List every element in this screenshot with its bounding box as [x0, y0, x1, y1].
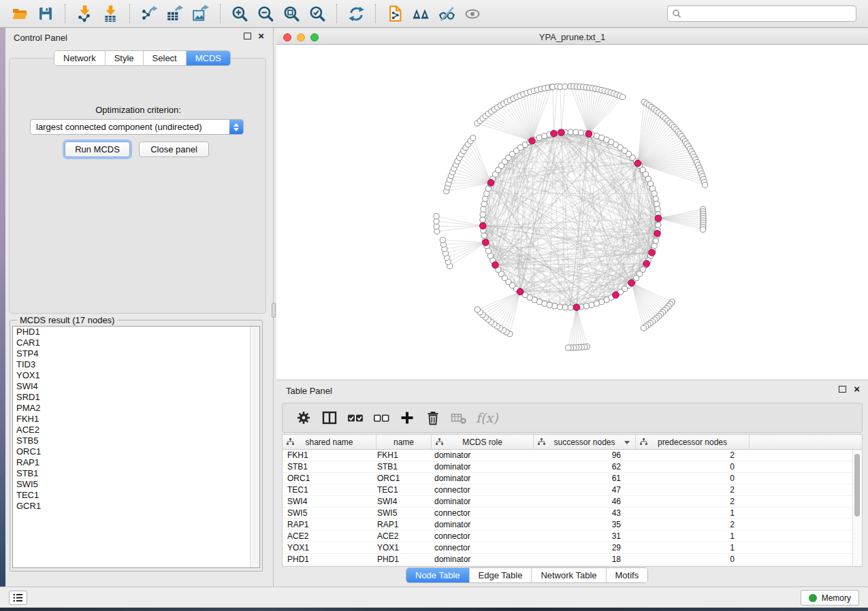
column-header-shared-name[interactable]: shared name: [283, 435, 376, 449]
network-search-field[interactable]: [667, 5, 856, 22]
table-row[interactable]: RAP1RAP1dominator352: [283, 519, 853, 531]
column-header-mcds-role[interactable]: MCDS role: [432, 435, 534, 449]
mcds-result-item[interactable]: CAR1: [13, 337, 259, 348]
mcds-result-item[interactable]: SRD1: [13, 392, 259, 403]
table-cell: YOX1: [283, 542, 372, 553]
show-column-panel-button[interactable]: [318, 406, 341, 429]
mcds-result-item[interactable]: SWI5: [13, 479, 259, 490]
hide-glasses-button[interactable]: [436, 3, 457, 24]
table-row[interactable]: ACE2ACE2connector311: [283, 531, 853, 542]
mcds-result-list[interactable]: PHD1CAR1STP4TID3YOX1SWI4SRD1PMA2FKH1ACE2…: [12, 326, 260, 568]
table-row[interactable]: ORC1ORC1dominator610: [283, 473, 853, 484]
table-row[interactable]: SWI5SWI5connector431: [283, 508, 853, 519]
select-all-rows-button[interactable]: [344, 406, 367, 429]
function-builder-button-disabled: f(x): [476, 410, 498, 425]
close-panel-icon[interactable]: ×: [258, 32, 264, 40]
table-row[interactable]: YOX1YOX1connector291: [283, 542, 853, 554]
mcds-result-item[interactable]: STB1: [13, 468, 259, 479]
open-file-button[interactable]: [9, 3, 31, 24]
float-panel-icon[interactable]: [839, 386, 846, 393]
zoom-selected-button[interactable]: [306, 3, 328, 24]
import-table-button[interactable]: [99, 3, 121, 24]
mcds-result-item[interactable]: TID3: [13, 359, 259, 370]
mcds-result-item[interactable]: YOX1: [13, 370, 259, 381]
table-row[interactable]: PHD1PHD1dominator180: [283, 554, 853, 565]
table-settings-button[interactable]: [292, 406, 315, 429]
delete-column-button[interactable]: [421, 406, 445, 429]
float-panel-icon[interactable]: [244, 33, 251, 39]
network-from-document-button[interactable]: [384, 3, 406, 24]
table-row[interactable]: SWI4SWI4dominator462: [283, 496, 853, 508]
mcds-result-item[interactable]: GCR1: [13, 501, 259, 512]
tab-motifs[interactable]: Motifs: [606, 568, 648, 582]
mcds-list-scrollbar[interactable]: [250, 327, 259, 567]
column-header-successor-nodes[interactable]: successor nodes: [534, 435, 636, 449]
memory-button[interactable]: Memory: [801, 590, 859, 606]
control-panel-tabs: Network Style Select MCDS: [54, 50, 231, 66]
optimization-criterion-select[interactable]: largest connected component (undirected): [30, 119, 244, 135]
export-network-button[interactable]: [138, 3, 160, 24]
mcds-result-item[interactable]: TEC1: [13, 490, 259, 501]
deselect-all-rows-button[interactable]: [370, 406, 393, 429]
refresh-button[interactable]: [345, 3, 367, 24]
share-document-icon: [386, 4, 404, 23]
gear-icon: [295, 410, 312, 426]
export-table-button[interactable]: [164, 3, 186, 24]
scrollbar-thumb[interactable]: [854, 454, 860, 516]
column-header-predecessor-nodes[interactable]: predecessor nodes: [636, 435, 750, 449]
tab-node-table[interactable]: Node Table: [406, 568, 469, 582]
mcds-result-item[interactable]: ACE2: [13, 425, 259, 435]
network-view-window: YPA_prune.txt_1: [276, 30, 868, 379]
table-cell: FKH1: [372, 450, 428, 461]
mcds-result-item[interactable]: STB5: [13, 435, 259, 446]
splitter-handle-icon[interactable]: [272, 303, 276, 318]
mcds-result-item[interactable]: SWI4: [13, 381, 259, 392]
zoom-out-button[interactable]: [255, 3, 276, 24]
table-cell: connector: [428, 542, 530, 553]
tab-select[interactable]: Select: [143, 51, 186, 65]
save-session-button[interactable]: [35, 3, 57, 24]
mcds-result-item[interactable]: ORC1: [13, 446, 259, 457]
close-panel-icon[interactable]: ×: [854, 385, 860, 393]
search-input[interactable]: [684, 8, 856, 19]
columns-icon: [321, 410, 338, 426]
tab-style[interactable]: Style: [105, 51, 143, 65]
table-cell: PHD1: [372, 554, 428, 565]
memory-status-icon: [809, 594, 817, 602]
table-row[interactable]: TEC1TEC1connector472: [283, 484, 853, 496]
tab-edge-table[interactable]: Edge Table: [469, 568, 532, 582]
tab-network[interactable]: Network: [54, 51, 105, 65]
tab-mcds[interactable]: MCDS: [186, 51, 230, 65]
glasses-slash-icon: [438, 5, 456, 22]
show-eye-button[interactable]: [462, 3, 483, 24]
mcds-result-item[interactable]: PMA2: [13, 403, 259, 414]
list-icon: [13, 593, 23, 602]
add-column-button[interactable]: [396, 406, 419, 429]
zoom-fit-button[interactable]: [280, 3, 302, 24]
trash-icon: [425, 410, 441, 426]
export-image-button[interactable]: [190, 3, 212, 24]
table-scrollbar[interactable]: [852, 450, 862, 566]
import-network-button[interactable]: [74, 3, 95, 24]
open-folder-icon: [11, 5, 29, 22]
mcds-result-item[interactable]: STP4: [13, 348, 259, 359]
zoom-in-button[interactable]: [229, 3, 251, 24]
table-cell: SWI4: [372, 496, 428, 507]
show-panels-button[interactable]: [9, 591, 27, 605]
table-row[interactable]: STB1STB1dominator620: [283, 461, 853, 473]
search-network-button[interactable]: [410, 3, 432, 24]
table-cell: ORC1: [283, 473, 372, 484]
close-panel-button[interactable]: Close panel: [139, 142, 209, 157]
table-cell: 1: [632, 508, 745, 518]
tab-network-table[interactable]: Network Table: [531, 568, 605, 582]
mcds-result-item[interactable]: RAP1: [13, 457, 259, 468]
panel-splitter[interactable]: [271, 28, 276, 587]
run-mcds-button[interactable]: Run MCDS: [65, 142, 130, 157]
mcds-result-item[interactable]: FKH1: [13, 414, 259, 425]
network-canvas[interactable]: [276, 45, 868, 379]
table-row[interactable]: FKH1FKH1dominator962: [283, 450, 853, 461]
mcds-result-item[interactable]: PHD1: [13, 327, 259, 337]
network-window-titlebar[interactable]: YPA_prune.txt_1: [276, 30, 868, 45]
column-header-name[interactable]: name: [376, 435, 432, 449]
table-cell: TEC1: [283, 484, 372, 495]
